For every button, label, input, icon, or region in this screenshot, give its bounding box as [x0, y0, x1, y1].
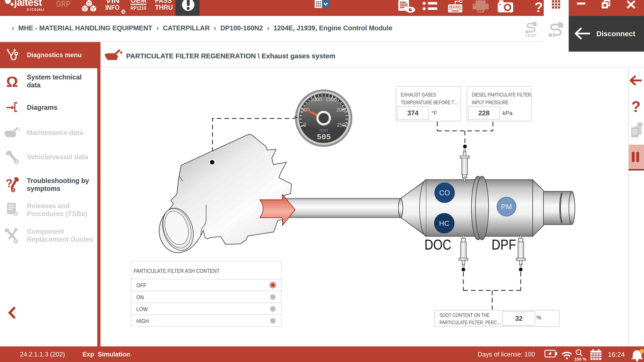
- svg-text:OEM: OEM: [130, 0, 146, 4]
- svg-text:?: ?: [534, 0, 543, 15]
- svg-text:TEST: TEST: [525, 33, 537, 38]
- svg-text:Ω: Ω: [6, 73, 18, 90]
- svg-text:BYCOJALI: BYCOJALI: [27, 7, 44, 11]
- svg-text:INFO: INFO: [105, 3, 120, 11]
- svg-text:?: ?: [632, 98, 641, 115]
- svg-text:GRP: GRP: [56, 0, 70, 8]
- svg-text:RP1210: RP1210: [130, 5, 146, 11]
- svg-text:jaltest: jaltest: [14, 0, 42, 8]
- svg-text:100 %: 100 %: [574, 357, 586, 362]
- svg-text:Disconnect: Disconnect: [596, 30, 635, 38]
- svg-text:THRU: THRU: [155, 3, 173, 11]
